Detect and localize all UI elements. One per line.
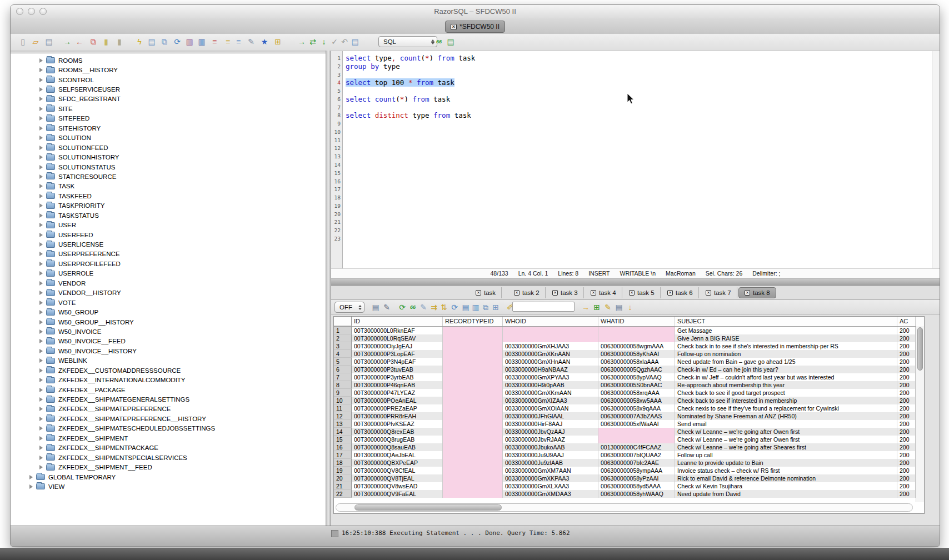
cell-subject[interactable]: Re-approach about membership this year [675,381,897,389]
tree-item-zkfedex-customaddresssource[interactable]: ZKFEDEX__CUSTOMADDRESSSOURCE [11,366,326,375]
cell-whoid[interactable]: 0033000000GmXOiAAN [503,404,598,412]
cell-activitydate[interactable]: 200 [897,397,916,404]
cell-recordtypeid[interactable] [443,389,503,397]
disclosure-triangle-icon[interactable] [39,78,43,82]
cell-recordtypeid[interactable] [443,334,503,342]
rollback-undo-icon[interactable]: ↶ [339,36,350,47]
tree-item-rooms-history[interactable]: ROOMS__HISTORY [11,65,326,74]
tree-item-site[interactable]: SITE [11,104,326,113]
save-icon[interactable]: ▤ [43,36,54,47]
disclosure-triangle-icon[interactable] [39,116,43,121]
disclosure-triangle-icon[interactable] [39,417,43,421]
tree-item-vendor-history[interactable]: VENDOR__HISTORY [11,288,326,298]
cell-id[interactable]: 00T3000000Q8rugEAB [352,436,443,443]
tree-item-w50-group[interactable]: W50_GROUP [11,307,326,317]
tree-item-vote[interactable]: VOTE [11,298,326,307]
disclosure-triangle-icon[interactable] [39,223,43,227]
result-tab-task-2[interactable]: ×task 2 [508,287,546,298]
cell-id[interactable]: 00T3000000P47LYEAZ [352,389,443,397]
cell-activitydate[interactable]: 200 [897,350,916,358]
cell-whatid[interactable]: 00630000005xfWaAAI [598,420,675,428]
tree-item-w50-invoice-feed[interactable]: W50_INVOICE__FEED [11,337,326,346]
commit-check-icon[interactable]: ✓ [329,36,340,47]
editor-vertical-scrollbar[interactable] [932,51,940,268]
disclosure-triangle-icon[interactable] [39,320,43,324]
cell-whoid[interactable]: 0033000000GmXLXAA3 [503,482,598,490]
tree-item-taskstatus[interactable]: TASKSTATUS [11,211,326,220]
refresh-doc-icon[interactable]: ⟳ [172,36,183,47]
cell-whatid[interactable]: 006300000058yhWAAQ [598,490,675,498]
edit-sql-icon[interactable]: ✎ [246,36,257,47]
grid-header-recordtypeid[interactable]: RECORDTYPEID [443,317,503,326]
result-tab-task-7[interactable]: ×task 7 [700,287,737,298]
tree-item-zkfedex-shipmatepreference[interactable]: ZKFEDEX__SHIPMATEPREFERENCE [11,404,326,414]
cell-id[interactable]: 00T3000000L0RqSEAV [352,334,443,342]
cell-whoid[interactable]: 0033000000GmXKPAA3 [503,474,598,482]
cell-activitydate[interactable]: 200 [897,474,916,482]
cell-subject[interactable]: Check-in w/ Jeff – couldn't afford last … [675,373,897,381]
cell-whatid[interactable]: 006300000058xrqAAA [598,389,675,397]
tree-item-zkfedex-internationalcommodity[interactable]: ZKFEDEX__INTERNATIONALCOMMODITY [11,375,326,384]
disclosure-triangle-icon[interactable] [39,301,43,305]
disclosure-triangle-icon[interactable] [39,397,43,402]
cell-id[interactable]: 00T3000000QAeJbEAL [352,451,443,459]
row-number-cell[interactable]: 15 [334,436,352,443]
tree-item-sitehistory[interactable]: SITEHISTORY [11,123,326,133]
cell-subject[interactable]: Check w/ Kevin Tsujihara [675,482,897,490]
copy-table-icon[interactable]: ⧉ [88,36,99,47]
row-number-cell[interactable]: 17 [334,451,352,459]
disclosure-triangle-icon[interactable] [39,310,43,314]
refresh-results-icon[interactable]: ⟳ [397,302,408,313]
cell-recordtypeid[interactable] [443,459,503,467]
cell-subject[interactable]: Invoice status check – check w/ RS first [675,467,897,474]
tree-item-userlicense[interactable]: USERLICENSE [11,239,326,249]
cell-whoid[interactable] [503,334,598,342]
tree-item-zkfedex-shipment-feed[interactable]: ZKFEDEX__SHIPMENT__FEED [11,462,326,472]
cell-subject[interactable]: Follow-up on nomination [675,350,897,358]
cell-whatid[interactable]: 00630000005QgzhAAC [598,366,675,373]
cell-subject[interactable]: Leanne to provide update to Bain [675,459,897,467]
tab-close-icon[interactable]: × [629,290,635,296]
describe-table-icon[interactable]: ▤ [146,36,157,47]
result-tab-task-5[interactable]: ×task 5 [623,287,661,298]
disconnect-db-icon[interactable]: ← [74,36,85,47]
disclosure-triangle-icon[interactable] [39,262,43,266]
disclosure-triangle-icon[interactable] [39,203,43,208]
cell-activitydate[interactable]: 200 [897,490,916,498]
cell-id[interactable]: 00T3000000PRR8rEAH [352,412,443,420]
cell-id[interactable]: 00T3000000P46qnEAB [352,381,443,389]
export-grid-icon[interactable]: ⊞ [591,302,602,313]
row-number-cell[interactable]: 10 [334,397,352,404]
editor-results-splitter[interactable] [331,278,940,286]
tree-item-weblink[interactable]: WEBLINK [11,356,326,366]
disclosure-triangle-icon[interactable] [39,146,43,150]
quotes-66-icon[interactable]: 66 [433,36,444,47]
cell-whatid[interactable] [598,327,675,334]
tree-item-zkfedex-shipmentspecialservices[interactable]: ZKFEDEX__SHIPMENTSPECIALSERVICES [11,453,326,462]
tree-item-userprofilefeed[interactable]: USERPROFILEFEED [11,259,326,268]
cell-id[interactable]: 00T3000000L0RknEAF [352,327,443,334]
cell-id[interactable]: 00T3000000QV9FaEAL [352,490,443,498]
tree-item-global-temporary[interactable]: GLOBAL TEMPORARY [11,472,326,482]
disclosure-triangle-icon[interactable] [39,194,43,198]
row-number-cell[interactable]: 12 [334,412,352,420]
list-red-icon[interactable]: ≡ [209,36,220,47]
cell-whoid[interactable]: 0033000000Ju9J9AAJ [503,451,598,459]
cell-whoid[interactable]: 0033000000JbvQzAAJ [503,428,598,436]
cell-activitydate[interactable]: 200 [897,334,916,342]
cell-id[interactable]: 00T3000000QV8CfEAL [352,467,443,474]
cell-whatid[interactable]: 00630000005S0bnAAC [598,381,675,389]
disclosure-triangle-icon[interactable] [39,165,43,169]
cell-whoid[interactable]: 0033000000GmXMDAA3 [503,490,598,498]
tree-item-rooms[interactable]: ROOMS [11,56,326,65]
cell-recordtypeid[interactable] [443,467,503,474]
disclosure-triangle-icon[interactable] [39,436,43,441]
grid-header-rownum[interactable] [334,317,352,326]
result-tab-task-8[interactable]: ×task 8 [738,287,776,298]
sidebar-splitter[interactable] [326,51,331,526]
cell-activitydate[interactable]: 200 [897,366,916,373]
result-tab-task[interactable]: ×task [470,287,502,298]
cell-whatid[interactable]: 006300000058ympAAA [598,467,675,474]
cell-recordtypeid[interactable] [443,404,503,412]
row-number-cell[interactable]: 19 [334,467,352,474]
